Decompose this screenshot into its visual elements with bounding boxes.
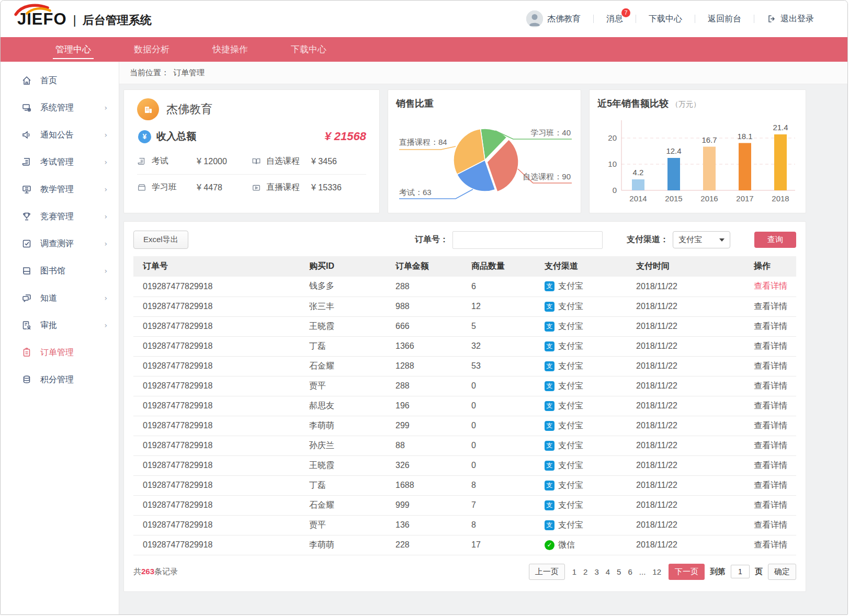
channel-name: 支付宝 [558, 500, 583, 511]
revenue-summary-card: 杰佛教育 ¥ 收入总额 ¥ 21568 考试 ¥ 12000 [123, 89, 380, 213]
table-row: 019287477829918 王晓霞 326 0 支付宝 2018/11/22… [133, 455, 796, 475]
back-to-front-button[interactable]: 返回前台 [695, 14, 754, 25]
page-number[interactable]: 5 [617, 567, 621, 576]
search-button[interactable]: 查询 [754, 232, 796, 248]
org-building-icon [137, 98, 159, 120]
view-details-link[interactable]: 查看详情 [754, 520, 787, 529]
bar-chart-title: 近5年销售额比较 （万元） [597, 97, 798, 110]
logout-button[interactable]: 退出登录 [754, 14, 827, 25]
logout-label: 退出登录 [780, 14, 814, 25]
view-details-link[interactable]: 查看详情 [754, 540, 787, 549]
sidebar-item-points[interactable]: 积分管理 [1, 366, 119, 393]
buyer-cell: 石金耀 [301, 356, 387, 376]
pay-time-cell: 2018/11/22 [628, 376, 745, 396]
sidebar-item-knowledge[interactable]: 知道› [1, 284, 119, 312]
sidebar-item-library[interactable]: 图书馆› [1, 257, 119, 284]
prev-page-button[interactable]: 上一页 [529, 564, 565, 580]
confirm-page-button[interactable]: 确定 [768, 564, 796, 580]
quantity-cell: 17 [463, 535, 536, 555]
view-details-link[interactable]: 查看详情 [754, 322, 787, 330]
page-number[interactable]: 2 [583, 567, 587, 576]
channel-name: 支付宝 [558, 321, 583, 332]
col-channel: 支付渠道 [536, 256, 628, 277]
view-details-link[interactable]: 查看详情 [754, 341, 787, 350]
tab-quick-actions[interactable]: 快捷操作 [191, 37, 269, 62]
buyer-cell: 钱多多 [301, 277, 387, 296]
page-number[interactable]: 1 [572, 567, 576, 576]
view-details-link[interactable]: 查看详情 [754, 461, 787, 470]
tab-download-center[interactable]: 下载中心 [269, 37, 348, 62]
view-details-link[interactable]: 查看详情 [754, 401, 787, 410]
home-icon [21, 75, 32, 86]
sidebar-item-orders[interactable]: 订单管理 [1, 339, 119, 366]
buyer-cell: 贾平 [301, 515, 387, 535]
channel-name: 支付宝 [558, 341, 583, 352]
sidebar-item-approvals[interactable]: 审批› [1, 312, 119, 339]
view-details-link[interactable]: 查看详情 [754, 441, 787, 450]
goto-page-input[interactable] [731, 565, 750, 578]
sidebar-item-surveys[interactable]: 调查测评› [1, 230, 119, 257]
order-no-input[interactable] [452, 231, 603, 249]
amount-cell: 999 [387, 495, 463, 515]
order-no-cell: 019287477829918 [133, 515, 301, 535]
table-row: 019287477829918 张三丰 988 12 支付宝 2018/11/2… [133, 296, 796, 316]
channel-cell: 支付宝 [536, 396, 628, 416]
sidebar-item-announcements[interactable]: 通知公告› [1, 121, 119, 149]
income-breakdown: 考试 ¥ 12000 自选课程 ¥ 3456 学习班 [137, 149, 366, 200]
order-no-cell: 019287477829918 [133, 495, 301, 515]
goto-prefix: 到第 [710, 567, 726, 577]
next-page-button[interactable]: 下一页 [669, 564, 705, 580]
sidebar-item-teaching[interactable]: 教学管理› [1, 176, 119, 203]
pay-time-cell: 2018/11/22 [628, 296, 745, 316]
sidebar-item-contests[interactable]: 竞赛管理› [1, 203, 119, 230]
user-menu[interactable]: 杰佛教育 [514, 10, 593, 27]
amount-cell: 288 [387, 277, 463, 296]
record-count-number: 263 [141, 567, 154, 576]
sidebar-item-home[interactable]: 首页 [1, 67, 119, 94]
page-number[interactable]: 12 [652, 567, 661, 576]
tab-data-analysis[interactable]: 数据分析 [112, 37, 191, 62]
view-details-link[interactable]: 查看详情 [754, 302, 787, 311]
speaker-icon [21, 130, 32, 140]
order-no-cell: 019287477829918 [133, 535, 301, 555]
page-number[interactable]: 6 [628, 567, 632, 576]
col-amount: 订单金额 [387, 256, 463, 277]
messages-button[interactable]: 消息 7 [594, 14, 636, 25]
view-details-link[interactable]: 查看详情 [754, 281, 787, 290]
order-no-cell: 019287477829918 [133, 396, 301, 416]
trophy-icon [21, 211, 32, 222]
tab-management-center[interactable]: 管理中心 [34, 37, 112, 62]
excel-export-button[interactable]: Excel导出 [133, 231, 188, 249]
pay-time-cell: 2018/11/22 [628, 277, 745, 296]
order-no-cell: 019287477829918 [133, 475, 301, 495]
bar-value-label: 16.7 [701, 135, 717, 144]
bar-value-label: 18.1 [737, 132, 752, 141]
view-details-link[interactable]: 查看详情 [754, 421, 787, 430]
view-details-link[interactable]: 查看详情 [754, 500, 787, 509]
col-quantity: 商品数量 [463, 256, 536, 277]
quantity-cell: 53 [463, 356, 536, 376]
x-tick-label: 2018 [772, 194, 789, 203]
view-details-link[interactable]: 查看详情 [754, 481, 787, 489]
user-name: 杰佛教育 [547, 14, 581, 25]
download-center-button[interactable]: 下载中心 [636, 14, 695, 25]
payment-channel-select[interactable]: 支付宝 [673, 231, 730, 248]
buyer-cell: 张三丰 [301, 296, 387, 316]
amount-cell: 196 [387, 396, 463, 416]
quantity-cell: 12 [463, 296, 536, 316]
table-row: 019287477829918 石金耀 1288 53 支付宝 2018/11/… [133, 356, 796, 376]
pay-time-cell: 2018/11/22 [628, 475, 745, 495]
channel-cell: 支付宝 [536, 495, 628, 515]
orders-table: 订单号 购买ID 订单金额 商品数量 支付渠道 支付时间 操作 01928747… [133, 256, 796, 555]
page-number[interactable]: 3 [594, 567, 598, 576]
order-clipboard-icon [21, 347, 32, 358]
amount-cell: 88 [387, 436, 463, 455]
pie-slice-label: 自选课程：90 [523, 172, 571, 181]
view-details-link[interactable]: 查看详情 [754, 361, 787, 370]
page-number[interactable]: 4 [606, 567, 610, 576]
bar-chart-unit: （万元） [671, 100, 700, 108]
x-tick-label: 2017 [736, 194, 753, 203]
sidebar-item-system[interactable]: 系统管理› [1, 94, 119, 121]
view-details-link[interactable]: 查看详情 [754, 381, 787, 390]
sidebar-item-exams[interactable]: 考试管理› [1, 149, 119, 176]
